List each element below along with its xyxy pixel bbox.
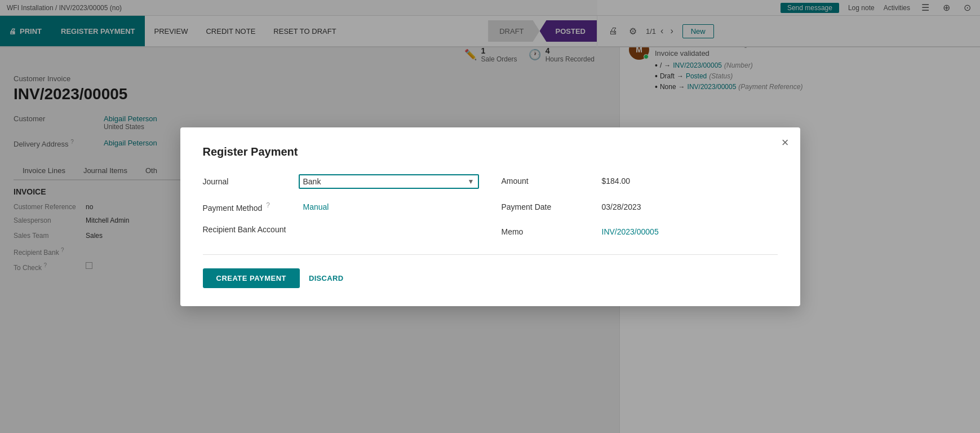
recipient-bank-field: Recipient Bank Account — [203, 225, 479, 238]
help-icon: ? — [266, 201, 270, 209]
memo-field: Memo INV/2023/00005 — [502, 225, 778, 238]
dialog-close-button[interactable]: × — [782, 136, 789, 149]
dialog-divider — [203, 254, 778, 255]
dropdown-arrow-icon: ▼ — [468, 178, 475, 185]
dialog-title: Register Payment — [203, 145, 778, 158]
dialog-overlay: Register Payment × Journal Bank ▼ Amount… — [0, 0, 980, 433]
journal-field: Journal Bank ▼ — [203, 174, 479, 189]
discard-button[interactable]: DISCARD — [309, 274, 343, 282]
dialog-actions: CREATE PAYMENT DISCARD — [203, 268, 778, 288]
journal-select[interactable]: Bank ▼ — [299, 174, 479, 189]
dialog-form: Journal Bank ▼ Amount $184.00 Payment — [203, 174, 778, 238]
register-payment-dialog: Register Payment × Journal Bank ▼ Amount… — [180, 127, 800, 306]
create-payment-button[interactable]: CREATE PAYMENT — [203, 268, 300, 288]
amount-field: Amount $184.00 — [502, 174, 778, 189]
payment-date-field: Payment Date 03/28/2023 — [502, 200, 778, 214]
payment-method-field: Payment Method ? Manual — [203, 200, 479, 214]
